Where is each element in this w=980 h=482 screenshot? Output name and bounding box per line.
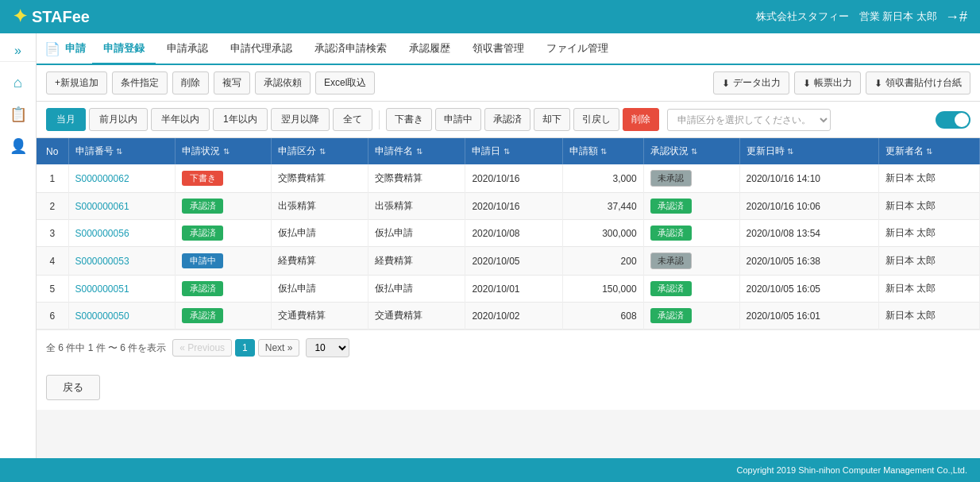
page-1-button[interactable]: 1 [235,339,255,357]
cell-app-date: 2020/10/05 [465,247,562,276]
logo-star: ✦ [13,6,27,27]
filter-within-half-year[interactable]: 半年以内 [151,108,210,131]
tab-file-management[interactable]: ファイル管理 [535,33,619,65]
toggle-switch[interactable] [936,111,970,129]
cell-amount: 3,000 [562,164,643,193]
cell-updated-by: 新日本 太郎 [878,247,979,276]
cell-app-number[interactable]: S000000062 [68,164,176,193]
approval-request-button[interactable]: 承認依頼 [255,71,311,94]
cell-app-name: 経費精算 [368,247,465,276]
cell-amount: 150,000 [562,276,643,303]
th-updated-by[interactable]: 更新者名 ⇅ [878,138,979,164]
filter-next-month-after[interactable]: 翌月以降 [271,108,330,131]
sidebar: » ⌂ 📋 👤 [0,33,37,458]
cell-updated-by: 新日本 太郎 [878,276,979,303]
cell-app-number[interactable]: S000000051 [68,276,176,303]
sidebar-item-application[interactable]: 📋 [4,100,33,129]
delete-button[interactable]: 削除 [172,71,209,94]
cell-approval-status: 承認済 [643,303,739,330]
copy-button[interactable]: 複写 [214,71,250,94]
cell-app-name: 仮払申請 [368,276,465,303]
cell-app-number[interactable]: S000000061 [68,193,176,220]
filter-draft[interactable]: 下書き [386,108,432,131]
table-container: No 申請番号 ⇅ 申請状況 ⇅ 申請区分 ⇅ 申請件名 ⇅ 申請日 ⇅ 申請額… [37,138,980,330]
cell-app-name: 交通費精算 [368,303,465,330]
cell-no: 3 [37,220,68,247]
add-new-button[interactable]: +新規追加 [46,71,107,94]
cell-app-number[interactable]: S000000056 [68,220,176,247]
filter-within-one-year[interactable]: 1年以内 [213,108,268,131]
tab-nav-icon: 📄 [44,41,60,56]
logout-icon[interactable]: →# [945,9,967,25]
copyright-text: Copyright 2019 Shin-nihon Computer Manag… [737,465,967,475]
filter-deleted[interactable]: 削除 [623,108,659,131]
next-page-button[interactable]: Next » [258,339,300,357]
cell-updated-by: 新日本 太郎 [878,193,979,220]
table-body: 1S000000062下書き交際費精算交際費精算2020/10/163,000未… [37,164,980,330]
logo-text: STAFee [32,8,90,26]
table-row: 2S000000061承認済出張精算出張精算2020/10/1637,440承認… [37,193,980,220]
filter-current-month[interactable]: 当月 [46,108,86,131]
filter-all[interactable]: 全て [333,108,372,131]
logo: ✦ STAFee [13,6,90,27]
sidebar-toggle[interactable]: » [0,40,36,62]
filter-approved[interactable]: 承認済 [484,108,531,131]
toolbar: +新規追加 条件指定 削除 複写 承認依頼 Excel取込 ⬇ データ出力 ⬇ … [37,65,980,102]
tab-application-approve[interactable]: 申請承認 [156,33,219,65]
cell-approval-status: 承認済 [643,193,739,220]
data-export-button[interactable]: ⬇ データ出力 [713,71,789,94]
tab-proxy-approve[interactable]: 申請代理承認 [219,33,303,65]
table-row: 3S000000056承認済仮払申請仮払申請2020/10/08300,000承… [37,220,980,247]
th-app-date[interactable]: 申請日 ⇅ [465,138,562,164]
tab-approval-history[interactable]: 承認履歴 [398,33,461,65]
filter-within-last-month[interactable]: 前月以内 [89,108,148,131]
pagination-area: 全 6 件中 1 件 〜 6 件を表示 « Previous 1 Next » … [37,330,980,365]
filter-right [936,111,970,129]
cell-app-name: 出張精算 [368,193,465,220]
filter-rejected[interactable]: 却下 [534,108,570,131]
pagination-info: 全 6 件中 1 件 〜 6 件を表示 [46,341,166,355]
cell-updated-at: 2020/10/16 14:10 [739,164,878,193]
cell-app-status: 承認済 [176,303,272,330]
category-select[interactable]: 申請区分を選択してください。 [667,109,831,131]
cell-app-category: 交際費精算 [272,164,368,193]
table-row: 6S000000050承認済交通費精算交通費精算2020/10/02608承認済… [37,303,980,330]
cell-app-date: 2020/10/08 [465,220,562,247]
tab-application-register[interactable]: 申請登録 [92,33,156,65]
cell-app-status: 下書き [176,164,272,193]
cell-app-number[interactable]: S000000053 [68,247,176,276]
cell-app-status: 承認済 [176,276,272,303]
excel-import-button[interactable]: Excel取込 [315,71,375,94]
tab-approved-search[interactable]: 承認済申請検索 [303,33,398,65]
th-amount[interactable]: 申請額 ⇅ [562,138,643,164]
cell-no: 4 [37,247,68,276]
tab-receipt-management[interactable]: 領収書管理 [461,33,535,65]
toolbar-right: ⬇ データ出力 ⬇ 帳票出力 ⬇ 領収書貼付け台紙 [713,71,970,94]
th-approval-status[interactable]: 承認状況 ⇅ [643,138,739,164]
applications-table: No 申請番号 ⇅ 申請状況 ⇅ 申請区分 ⇅ 申請件名 ⇅ 申請日 ⇅ 申請額… [37,138,980,330]
th-app-name[interactable]: 申請件名 ⇅ [368,138,465,164]
th-app-status[interactable]: 申請状況 ⇅ [176,138,272,164]
cell-app-category: 仮払申請 [272,220,368,247]
cell-no: 6 [37,303,68,330]
previous-page-button[interactable]: « Previous [172,339,232,357]
th-app-number[interactable]: 申請番号 ⇅ [68,138,176,164]
sidebar-item-home[interactable]: ⌂ [4,68,33,97]
receipt-paper-button[interactable]: ⬇ 領収書貼付け台紙 [866,71,970,94]
sidebar-item-user[interactable]: 👤 [4,132,33,160]
report-export-button[interactable]: ⬇ 帳票出力 [794,71,861,94]
cell-updated-at: 2020/10/16 10:06 [739,193,878,220]
back-button[interactable]: 戻る [46,375,100,400]
filter-recalled[interactable]: 引戻し [573,108,619,131]
cell-app-name: 交際費精算 [368,164,465,193]
th-updated-at[interactable]: 更新日時 ⇅ [739,138,878,164]
filter-pending[interactable]: 申請中 [435,108,481,131]
cell-no: 5 [37,276,68,303]
cell-amount: 200 [562,247,643,276]
th-no: No [37,138,68,164]
cell-app-number[interactable]: S000000050 [68,303,176,330]
page-size-select[interactable]: 10 25 50 100 [306,338,349,357]
main-content: 📄 申請 申請登録 申請承認 申請代理承認 承認済申請検索 承認履歴 領収書管理… [37,33,980,458]
th-app-category[interactable]: 申請区分 ⇅ [272,138,368,164]
filter-condition-button[interactable]: 条件指定 [112,71,168,94]
